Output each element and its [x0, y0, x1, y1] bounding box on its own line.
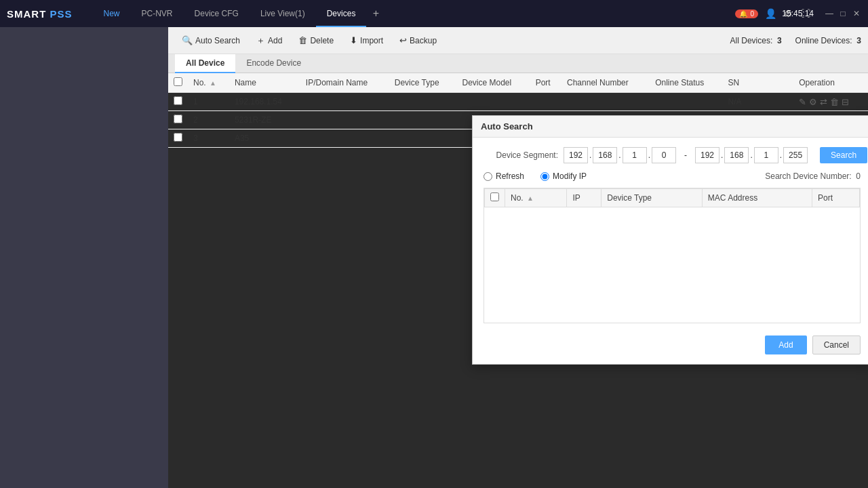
table-row: 1 192.168.1.54 N/A ✎ ⚙	[168, 93, 868, 111]
ip-end-group: . . .	[695, 147, 808, 163]
ip-start-octet1[interactable]	[564, 147, 588, 163]
import-button[interactable]: ⬇ Import	[343, 33, 390, 48]
delete-icon-row1[interactable]: 🗑	[830, 97, 839, 107]
row1-no: 1	[188, 93, 229, 111]
results-header-port: Port	[812, 189, 859, 207]
row3-ip	[300, 129, 389, 148]
row1-checkbox[interactable]	[174, 96, 182, 105]
tab-encode-device[interactable]: Encode Device	[235, 54, 312, 73]
row3-checkbox-cell[interactable]	[168, 129, 188, 148]
header-online-status: Online Status	[650, 73, 722, 93]
results-header-checkbox[interactable]	[485, 189, 505, 207]
user-icon[interactable]: 👤	[764, 8, 777, 19]
alert-count: 0	[750, 10, 754, 18]
delete-button[interactable]: 🗑 Delete	[292, 33, 340, 48]
window-controls: — □ ✕	[825, 9, 861, 18]
row1-status	[650, 93, 722, 111]
maximize-button[interactable]: □	[838, 9, 848, 18]
nav-item-devicecfg[interactable]: Device CFG	[184, 0, 250, 27]
time-display: 15:45:14	[782, 9, 814, 18]
info-icon-row1[interactable]: ⊟	[842, 97, 849, 107]
header-ip: IP/Domain Name	[300, 73, 389, 93]
import-icon: ⬇	[350, 35, 357, 45]
close-button[interactable]: ✕	[852, 9, 861, 18]
row2-no: 2	[188, 111, 229, 129]
modify-ip-radio[interactable]	[540, 172, 549, 181]
ip-start-group: . . .	[564, 147, 676, 163]
row2-ip	[300, 111, 389, 129]
search-results-area: No. ▲ IP Device Type MAC Address Port	[484, 188, 861, 323]
results-header-row: No. ▲ IP Device Type MAC Address Port	[485, 189, 860, 207]
select-all-checkbox[interactable]	[174, 77, 182, 86]
ip-end-octet3[interactable]	[754, 147, 778, 163]
add-devices-button[interactable]: Add	[765, 336, 806, 354]
search-results-table: No. ▲ IP Device Type MAC Address Port	[484, 188, 860, 207]
sort-icon-no: ▲	[210, 79, 216, 87]
nav-item-liveview[interactable]: Live View(1)	[250, 0, 316, 27]
modal-title: Auto Search	[473, 116, 868, 138]
nav-item-devices[interactable]: Devices	[316, 0, 367, 27]
ip-start-octet4[interactable]	[652, 147, 676, 163]
results-header-no: No. ▲	[505, 189, 567, 207]
row2-checkbox[interactable]	[174, 115, 182, 123]
alert-icon: 🔔	[739, 10, 747, 18]
ip-start-octet3[interactable]	[623, 147, 647, 163]
alert-badge[interactable]: 🔔 0	[735, 9, 758, 18]
nav-item-pcnvr[interactable]: PC-NVR	[131, 0, 184, 27]
row3-name: A35	[229, 129, 300, 148]
add-tab-button[interactable]: +	[366, 4, 385, 23]
sidebar-left	[0, 27, 168, 488]
minimize-button[interactable]: —	[825, 9, 834, 18]
titlebar: SMART PSS New PC-NVR Device CFG Live Vie…	[0, 0, 868, 27]
header-checkbox[interactable]	[168, 73, 188, 93]
row1-checkbox-cell[interactable]	[168, 93, 188, 111]
delete-icon: 🗑	[298, 35, 307, 45]
results-header-ip: IP	[567, 189, 601, 207]
ip-end-octet1[interactable]	[695, 147, 719, 163]
devices-count: All Devices: 3 Online Devices: 3	[730, 36, 861, 45]
row2-type	[389, 111, 457, 129]
ip-start-octet2[interactable]	[593, 147, 617, 163]
nav-item-new[interactable]: New	[93, 0, 131, 27]
row2-checkbox-cell[interactable]	[168, 111, 188, 129]
modify-ip-option[interactable]: Modify IP	[540, 171, 587, 181]
nav-bar: New PC-NVR Device CFG Live View(1) Devic…	[93, 0, 736, 27]
app-logo: SMART PSS	[7, 8, 73, 20]
add-icon: ＋	[256, 35, 265, 47]
results-sort-icon: ▲	[527, 195, 534, 202]
refresh-radio[interactable]	[484, 172, 492, 181]
ip-end-octet2[interactable]	[724, 147, 749, 163]
edit-icon-row1[interactable]: ✎	[799, 97, 806, 107]
modal-body: Device Segment: . . . - .	[473, 138, 868, 364]
auto-search-modal: Auto Search Device Segment: . . . -	[472, 115, 868, 365]
row3-checkbox[interactable]	[174, 133, 182, 142]
header-device-type: Device Type	[389, 73, 457, 93]
header-sn: SN	[723, 73, 794, 93]
row1-name: 192.168.1.54	[229, 93, 300, 111]
segment-label: Device Segment:	[484, 150, 558, 160]
toolbar: 🔍 Auto Search ＋ Add 🗑 Delete ⬇ Import ↩ …	[168, 27, 868, 54]
search-button[interactable]: Search	[820, 147, 867, 163]
content-area: 🔍 Auto Search ＋ Add 🗑 Delete ⬇ Import ↩ …	[168, 27, 868, 488]
row1-operations: ✎ ⚙ ⇄ 🗑 ⊟	[793, 93, 868, 111]
add-button[interactable]: ＋ Add	[250, 32, 289, 49]
results-header-mac: MAC Address	[702, 189, 812, 207]
ip-end-octet4[interactable]	[783, 147, 808, 163]
search-device-count: Search Device Number: 0	[765, 171, 861, 181]
auto-search-button[interactable]: 🔍 Auto Search	[175, 33, 247, 48]
row3-type	[389, 129, 457, 148]
app-body: 🔍 Auto Search ＋ Add 🗑 Delete ⬇ Import ↩ …	[0, 27, 868, 488]
refresh-option[interactable]: Refresh	[484, 171, 524, 181]
tab-all-device[interactable]: All Device	[175, 54, 235, 73]
header-port: Port	[530, 73, 561, 93]
row1-sn: N/A	[723, 93, 794, 111]
backup-button[interactable]: ↩ Backup	[393, 33, 443, 48]
cancel-button[interactable]: Cancel	[812, 336, 861, 354]
row1-port	[530, 93, 561, 111]
row2-name: 5231R-ZE	[229, 111, 300, 129]
header-device-model: Device Model	[457, 73, 530, 93]
table-header-row: No. ▲ Name IP/Domain Name Device Type De…	[168, 73, 868, 93]
config-icon-row1[interactable]: ⚙	[809, 97, 817, 107]
results-select-all[interactable]	[490, 192, 499, 201]
remote-icon-row1[interactable]: ⇄	[820, 97, 827, 107]
